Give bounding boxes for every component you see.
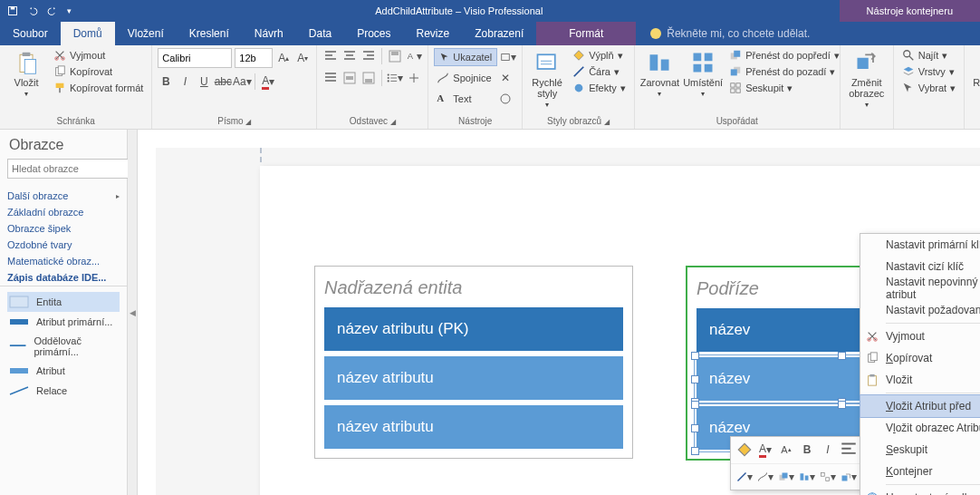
cat-basic[interactable]: Základní obrazce <box>7 204 120 220</box>
valign-mid-icon[interactable] <box>341 70 358 86</box>
bring-front-icon[interactable]: ▾ <box>778 469 794 485</box>
shape-attribute[interactable]: Atribut <box>7 361 120 381</box>
ctx-item[interactable]: Nastavit cizí klíč <box>860 256 980 277</box>
tell-me-box[interactable]: Řekněte mi, co chcete udělat. <box>636 22 980 45</box>
shape-entity[interactable]: Entita <box>7 292 120 312</box>
cat-more-shapes[interactable]: Další obrazce▸ <box>7 188 120 204</box>
change-shape-button[interactable]: Změnit obrazec▾ <box>846 48 888 109</box>
split-button[interactable]: Rozdělit <box>970 48 980 88</box>
pointer-tool-button[interactable]: Ukazatel <box>434 48 497 66</box>
tab-review[interactable]: Revize <box>404 22 463 45</box>
connection-point-icon[interactable] <box>497 91 514 107</box>
font-name-input[interactable] <box>158 48 232 68</box>
italic-icon[interactable]: I <box>820 442 836 458</box>
ctx-item[interactable]: Nastavit primární klíč <box>860 234 980 256</box>
font-color-icon[interactable]: A▾ <box>757 442 773 458</box>
case-button[interactable]: Aa▾ <box>234 73 250 90</box>
layers-button[interactable]: Vrstvy▾ <box>899 64 958 79</box>
font-size-input[interactable] <box>235 48 273 68</box>
change-shape-icon[interactable]: ▾ <box>841 469 857 485</box>
attribute-row[interactable]: název atributu <box>324 405 623 449</box>
bold-button[interactable]: B <box>158 73 174 90</box>
fill-color-icon[interactable] <box>736 442 753 458</box>
cat-database-ide[interactable]: Zápis databáze IDE... <box>7 269 120 286</box>
valign-bottom-icon[interactable] <box>360 70 377 86</box>
valign-top-icon[interactable] <box>387 48 403 64</box>
align-shapes-icon[interactable]: ▾ <box>799 469 815 485</box>
strike-button[interactable]: abc <box>215 73 231 90</box>
ctx-item[interactable]: Nastavit požadované <box>860 299 980 321</box>
cat-math[interactable]: Matematické obraz... <box>7 253 120 269</box>
ctx-item[interactable]: Vložit obrazec Atribut za <box>860 417 980 439</box>
cut-button[interactable]: Vyjmout <box>51 48 146 63</box>
ctx-item[interactable]: Vyjmout <box>860 325 980 347</box>
orientation-icon[interactable]: A▾ <box>406 48 422 64</box>
align-button[interactable]: Zarovnat▾ <box>640 48 679 98</box>
entity-parent[interactable]: Nadřazená entita název atributu (PK) náz… <box>314 266 633 459</box>
tab-process[interactable]: Proces <box>344 22 403 45</box>
tab-view[interactable]: Zobrazení <box>462 22 536 45</box>
rectangle-tool-icon[interactable]: ▾ <box>500 49 516 65</box>
find-button[interactable]: Najít▾ <box>899 48 958 63</box>
grow-font-icon[interactable]: A▴ <box>778 442 794 458</box>
text-tool-button[interactable]: AText <box>434 90 516 108</box>
align-right-icon[interactable] <box>360 48 377 64</box>
undo-icon[interactable] <box>27 5 38 16</box>
ctx-item[interactable]: Vložit Atribut před <box>860 394 980 418</box>
align-left-icon[interactable] <box>322 48 339 64</box>
paste-button[interactable]: Vložit ▾ <box>5 48 47 98</box>
line-color-icon[interactable]: ▾ <box>736 469 753 485</box>
align-justify-icon[interactable] <box>322 70 339 86</box>
search-shapes-input[interactable] <box>7 159 141 179</box>
ctx-item[interactable]: Vložit <box>860 369 980 391</box>
connector-tool-button[interactable]: Spojnice✕ <box>434 69 516 87</box>
tab-design[interactable]: Návrh <box>242 22 296 45</box>
tab-data[interactable]: Data <box>296 22 344 45</box>
ctx-item[interactable]: Kontejner▶ <box>860 461 980 482</box>
format-painter-button[interactable]: Kopírovat formát <box>51 81 146 95</box>
align-center-icon[interactable] <box>341 48 358 64</box>
position-button[interactable]: Umístění▾ <box>683 48 723 98</box>
shape-attr-primary[interactable]: Atribut primární... <box>7 312 120 332</box>
shape-separator-primary[interactable]: Oddělovač primární... <box>7 332 120 361</box>
grow-font-icon[interactable]: A▴ <box>275 50 292 66</box>
attribute-row[interactable]: název atributu <box>324 356 623 400</box>
ctx-item[interactable]: Kopírovat <box>860 347 980 369</box>
fill-button[interactable]: Výplň▾ <box>570 48 629 63</box>
ctx-item[interactable]: Hypertextový odkaz... <box>860 487 980 495</box>
save-icon[interactable] <box>7 5 18 16</box>
shape-relation[interactable]: Relace <box>7 381 120 401</box>
tab-home[interactable]: Domů <box>61 22 115 45</box>
send-back-button[interactable]: Přenést do pozadí▾ <box>726 64 842 79</box>
collapse-sidebar-icon[interactable]: ◀ <box>128 130 138 495</box>
bullets-icon[interactable]: ▾ <box>387 70 403 86</box>
tab-file[interactable]: Soubor <box>0 22 61 45</box>
align-icon[interactable] <box>841 442 857 458</box>
shrink-font-icon[interactable]: A▾ <box>294 50 311 66</box>
cat-decorative[interactable]: Ozdobné tvary <box>7 237 120 253</box>
quick-styles-button[interactable]: Rychlé styly▾ <box>528 48 566 109</box>
connector-icon[interactable]: ▾ <box>757 469 773 485</box>
group-arrange-button[interactable]: Seskupit▾ <box>726 81 842 95</box>
cat-arrows[interactable]: Obrazce šipek <box>7 220 120 237</box>
bring-front-button[interactable]: Přenést do popředí▾ <box>726 48 842 63</box>
group-icon[interactable]: ▾ <box>820 469 836 485</box>
redo-icon[interactable] <box>47 5 58 16</box>
line-button[interactable]: Čára▾ <box>570 64 629 79</box>
bold-icon[interactable]: B <box>799 442 815 458</box>
font-color-button[interactable]: A▾ <box>260 73 276 90</box>
tab-insert[interactable]: Vložení <box>115 22 177 45</box>
effects-button[interactable]: Efekty▾ <box>570 81 629 95</box>
ctx-item[interactable]: Nastavit nepovinný atribut <box>860 277 980 299</box>
copy-button[interactable]: Kopírovat <box>51 64 146 79</box>
crosshair-icon[interactable]: ✕ <box>497 70 514 86</box>
qat-more-icon[interactable]: ▾ <box>67 6 72 15</box>
ctx-item[interactable]: Seskupit▶ <box>860 439 980 461</box>
underline-button[interactable]: U <box>196 73 212 90</box>
select-button[interactable]: Vybrat▾ <box>899 81 958 95</box>
rotate-text-icon[interactable] <box>406 70 422 86</box>
tab-draw[interactable]: Kreslení <box>177 22 242 45</box>
tab-format[interactable]: Formát <box>536 22 636 45</box>
attribute-row[interactable]: název atributu (PK) <box>324 307 623 351</box>
italic-button[interactable]: I <box>177 73 193 90</box>
